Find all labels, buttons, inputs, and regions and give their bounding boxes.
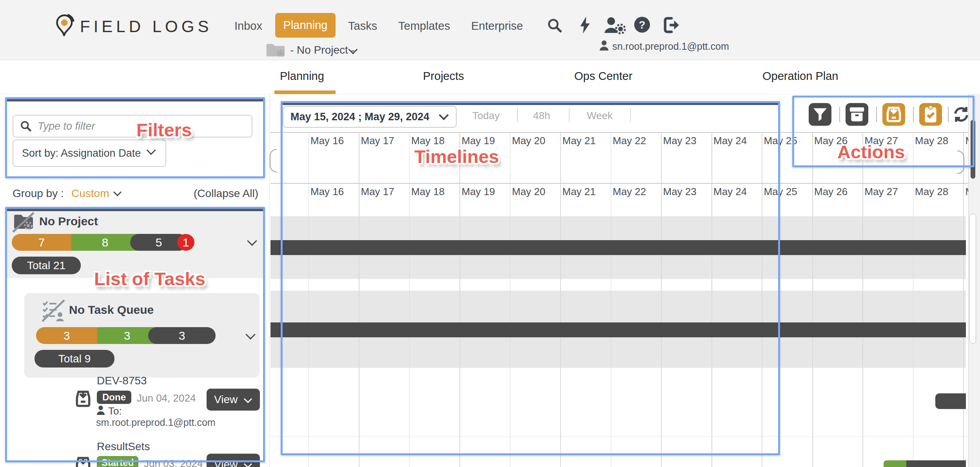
planning-page: FIELD LOGS Inbox Planning Tasks Template… (0, 0, 980, 467)
gantt-bar-green-segment[interactable] (884, 460, 906, 467)
tab-ops-center[interactable]: Ops Center (574, 70, 632, 83)
lightning-icon[interactable] (577, 16, 593, 36)
tab-planning[interactable]: Planning (280, 70, 324, 83)
group-by-label: Group by : (13, 187, 64, 200)
tab-operation-plan[interactable]: Operation Plan (762, 70, 838, 83)
gantt-bar-dark-segment[interactable] (906, 460, 966, 467)
user-email[interactable]: sn.root.preprod.1@ptt.com (612, 41, 729, 52)
help-icon[interactable]: ? (633, 16, 651, 35)
annotation-box-timelines (281, 101, 780, 455)
user-icon (599, 40, 609, 52)
gantt-bar-short[interactable] (935, 393, 966, 409)
search-icon[interactable] (546, 17, 563, 35)
nav-inbox[interactable]: Inbox (234, 20, 262, 33)
active-tab-underline (274, 91, 336, 94)
chevron-down-icon[interactable] (113, 188, 122, 196)
tab-projects[interactable]: Projects (423, 70, 464, 83)
folder-gear-icon (266, 42, 285, 60)
collapse-all-link[interactable]: (Collapse All) (192, 187, 258, 200)
nav-templates[interactable]: Templates (398, 20, 450, 33)
nav-planning[interactable]: Planning (275, 13, 336, 38)
annotation-label-actions: Actions (837, 141, 905, 163)
annotation-label-timelines: Timelines (414, 146, 499, 167)
group-by-value[interactable]: Custom (71, 187, 109, 200)
annotation-label-filters: Filters (136, 119, 192, 141)
scrollbar-thumb-light[interactable] (969, 214, 976, 344)
panel-divider (269, 94, 270, 467)
svg-text:?: ? (639, 19, 646, 31)
annotation-label-list-of-tasks: List of Tasks (94, 268, 205, 290)
brand-logo-icon (55, 14, 76, 38)
logout-icon[interactable] (662, 16, 681, 35)
annotation-box-list-of-tasks (5, 207, 265, 462)
project-selector[interactable]: - No Project - (290, 44, 355, 56)
brand-title: FIELD LOGS (80, 17, 212, 36)
nav-tasks[interactable]: Tasks (348, 20, 377, 33)
tabs-divider (0, 94, 980, 94)
user-settings-icon[interactable] (603, 16, 626, 36)
annotation-box-filters (5, 97, 265, 178)
nav-enterprise[interactable]: Enterprise (471, 20, 523, 33)
date-strip-left-bracket (270, 149, 277, 172)
